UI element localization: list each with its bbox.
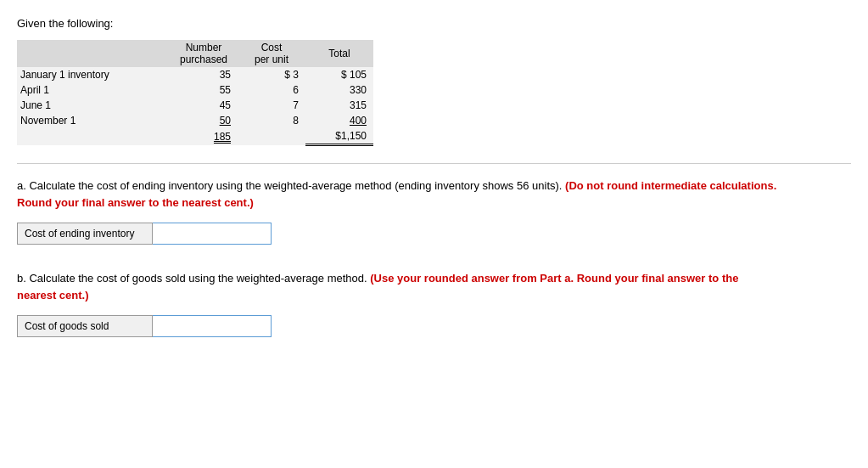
question-b-section: b. Calculate the cost of goods sold usin…: [17, 270, 851, 337]
cost-ending-inventory-label: Cost of ending inventory: [17, 223, 153, 245]
inventory-table: Numberpurchased Costper unit Total Janua…: [17, 40, 373, 146]
separator: [17, 163, 851, 164]
row-label-1: April 1: [20, 84, 49, 96]
row-total-1: 330: [350, 84, 367, 96]
cost-goods-sold-row: Cost of goods sold: [17, 315, 851, 337]
row-label-3: November 1: [20, 115, 76, 127]
question-a-normal-text: a. Calculate the cost of ending inventor…: [17, 179, 562, 192]
table-row: November 1 50 8 400: [17, 113, 373, 128]
question-b-normal-text: b. Calculate the cost of goods sold usin…: [17, 272, 367, 285]
row-total-2: 315: [350, 99, 367, 111]
row-cost-2: 7: [293, 99, 299, 111]
row-cost-1: 6: [293, 84, 299, 96]
cost-goods-sold-input[interactable]: [153, 315, 272, 337]
row-purchased-3: 50: [220, 115, 231, 127]
row-label-2: June 1: [20, 99, 51, 111]
row-total-3: 400: [350, 115, 367, 127]
col-total-header: Total: [328, 48, 350, 59]
cost-ending-inventory-input[interactable]: [153, 223, 272, 245]
table-row: April 1 55 6 330: [17, 82, 373, 98]
table-row: January 1 inventory 35 $ 3 $ 105: [17, 67, 373, 82]
cost-ending-inventory-row: Cost of ending inventory: [17, 223, 851, 245]
question-a-section: a. Calculate the cost of ending inventor…: [17, 178, 851, 245]
row-label-0: January 1 inventory: [20, 69, 109, 81]
total-amount: $1,150: [335, 130, 367, 142]
row-cost-3: 8: [293, 115, 299, 127]
row-purchased-2: 45: [220, 99, 231, 111]
cost-goods-sold-label: Cost of goods sold: [17, 315, 153, 337]
row-purchased-0: 35: [220, 69, 231, 81]
totals-row: 185 $1,150: [17, 128, 373, 145]
col-cost-per-unit-header: Costper unit: [255, 42, 288, 65]
total-purchased: 185: [214, 131, 231, 143]
row-total-0: $ 105: [341, 69, 367, 81]
given-heading: Given the following:: [17, 17, 851, 30]
col-number-purchased-header: Numberpurchased: [180, 42, 227, 65]
table-row: June 1 45 7 315: [17, 98, 373, 113]
row-cost-0: $ 3: [284, 69, 299, 81]
row-purchased-1: 55: [220, 84, 231, 96]
question-b-text: b. Calculate the cost of goods sold usin…: [17, 270, 781, 303]
question-a-text: a. Calculate the cost of ending inventor…: [17, 178, 781, 211]
